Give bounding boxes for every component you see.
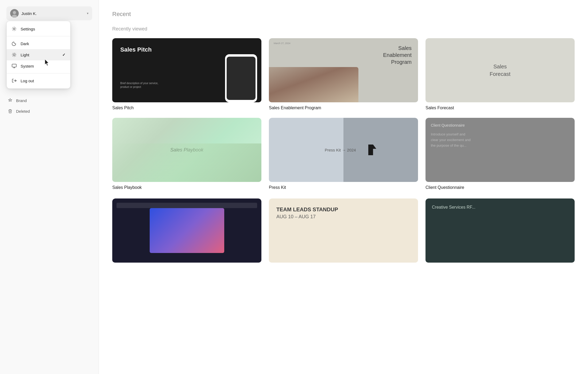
- menu-divider-1: [7, 36, 70, 36]
- card-sales-pitch[interactable]: Sales Pitch Brief description of your se…: [112, 38, 261, 110]
- brand-icon: [7, 98, 13, 103]
- chevron-down-icon: ▾: [87, 11, 88, 15]
- system-label: System: [21, 64, 65, 68]
- standup-date-text: AUG 10 – AUG 17: [276, 214, 411, 220]
- sidebar: Justin K. ▾ Settings Dark: [0, 0, 99, 374]
- cq-body-text: Introduce yourself andclear your excitem…: [431, 132, 569, 148]
- svg-point-3: [13, 28, 15, 30]
- standup-title-text: TEAM LEADS STANDUP: [276, 206, 411, 213]
- cards-grid-row3: TEAM LEADS STANDUP AUG 10 – AUG 17 Creat…: [112, 198, 575, 266]
- card-title-sales-enablement: Sales Enablement Program: [269, 106, 321, 110]
- sun-icon: [11, 52, 17, 57]
- card-client-questionnaire[interactable]: Client Questionnaire Introduce yourself …: [425, 118, 575, 190]
- card-standup[interactable]: TEAM LEADS STANDUP AUG 10 – AUG 17: [269, 198, 418, 266]
- moon-icon: [11, 41, 17, 46]
- card-sales-playbook[interactable]: Sales Playbook Sales Playbook: [112, 118, 261, 190]
- card-thumbnail-client-questionnaire: Client Questionnaire Introduce yourself …: [425, 118, 575, 182]
- card-press-kit[interactable]: Press Kit → 2024 Press Kit: [269, 118, 418, 190]
- dark-label: Dark: [21, 41, 65, 46]
- se-photo: [269, 67, 358, 102]
- recent-section-title: Recent: [112, 11, 575, 18]
- cards-grid: Sales Pitch Brief description of your se…: [112, 38, 575, 190]
- card-thumbnail-press-kit: Press Kit → 2024: [269, 118, 418, 182]
- card-title-press-kit: Press Kit: [269, 185, 286, 190]
- pitch-main-text: Sales Pitch: [120, 46, 152, 53]
- light-mode-menu-item[interactable]: Light ✓: [7, 49, 70, 60]
- card-thumbnail-standup: TEAM LEADS STANDUP AUG 10 – AUG 17: [269, 198, 418, 263]
- menu-divider-2: [7, 73, 70, 73]
- svg-line-12: [16, 53, 16, 53]
- phone-mockup: [225, 54, 257, 102]
- light-label: Light: [21, 53, 59, 57]
- svg-point-1: [13, 11, 16, 14]
- card-thumbnail-sales-forecast: SalesForecast: [425, 38, 575, 102]
- card-title-client-questionnaire: Client Questionnaire: [425, 185, 464, 190]
- card-thumbnail-sales-pitch: Sales Pitch Brief description of your se…: [112, 38, 261, 102]
- se-title-text: SalesEnablementProgram: [383, 45, 412, 65]
- phone-screen: [227, 57, 256, 100]
- card-thumbnail-creative-rfp: Creative Services RF...: [425, 198, 575, 263]
- settings-label: Settings: [21, 27, 65, 31]
- svg-point-4: [13, 54, 15, 56]
- monitor-icon: [11, 63, 17, 69]
- sidebar-item-deleted[interactable]: Deleted: [4, 106, 94, 116]
- pk-shape: [368, 145, 376, 155]
- main-content: Recent Recently viewed Sales Pitch Brief…: [99, 0, 588, 374]
- card-title-sales-forecast: Sales Forecast: [425, 106, 454, 110]
- svg-rect-13: [12, 64, 16, 67]
- system-mode-menu-item[interactable]: System: [7, 60, 70, 72]
- sidebar-nav: Brand Deleted: [0, 95, 99, 116]
- avatar: [10, 9, 19, 18]
- check-icon: ✓: [62, 53, 65, 57]
- cq-title-text: Client Questionnaire: [431, 123, 569, 127]
- se-photo-inner: [269, 67, 358, 102]
- svg-line-10: [16, 56, 16, 56]
- card-thumbnail-sales-playbook: Sales Playbook: [112, 118, 261, 182]
- logout-menu-item[interactable]: Log out: [7, 75, 70, 86]
- user-name-label: Justin K.: [21, 11, 84, 16]
- logout-label: Log out: [21, 79, 65, 83]
- user-dropdown-menu: Settings Dark: [6, 21, 71, 89]
- card-creative-rfp[interactable]: Creative Services RF...: [425, 198, 575, 266]
- rfp-title-text: Creative Services RF...: [432, 205, 475, 210]
- card-thumbnail-bottom1: [112, 198, 261, 263]
- card-title-sales-pitch: Sales Pitch: [112, 106, 134, 110]
- svg-line-11: [13, 56, 13, 56]
- playbook-wave: [112, 143, 261, 182]
- b1-screen: [150, 208, 224, 253]
- card-title-sales-playbook: Sales Playbook: [112, 185, 142, 190]
- sf-title-text: SalesForecast: [490, 63, 510, 78]
- sidebar-item-brand[interactable]: Brand: [4, 95, 94, 106]
- card-sales-enablement[interactable]: March 27, 2024 SalesEnablementProgram Sa…: [269, 38, 418, 110]
- b1-bar: [117, 203, 257, 208]
- card-sales-forecast[interactable]: SalesForecast Sales Forecast: [425, 38, 575, 110]
- recently-viewed-title: Recently viewed: [112, 26, 575, 32]
- trash-icon: [7, 108, 13, 114]
- settings-menu-item[interactable]: Settings: [7, 23, 70, 34]
- brand-label: Brand: [16, 98, 27, 103]
- logout-icon: [11, 78, 17, 83]
- dark-mode-menu-item[interactable]: Dark: [7, 38, 70, 49]
- pk-text: Press Kit → 2024: [325, 148, 356, 152]
- deleted-label: Deleted: [16, 109, 30, 114]
- gear-icon: [11, 26, 17, 32]
- svg-line-9: [13, 53, 13, 53]
- card-thumbnail-sales-enablement: March 27, 2024 SalesEnablementProgram: [269, 38, 418, 102]
- card-bottom1[interactable]: [112, 198, 261, 266]
- user-menu-button[interactable]: Justin K. ▾: [6, 6, 92, 20]
- pitch-subtitle-text: Brief description of your service,produc…: [120, 81, 158, 89]
- se-date-text: March 27, 2024: [274, 42, 291, 45]
